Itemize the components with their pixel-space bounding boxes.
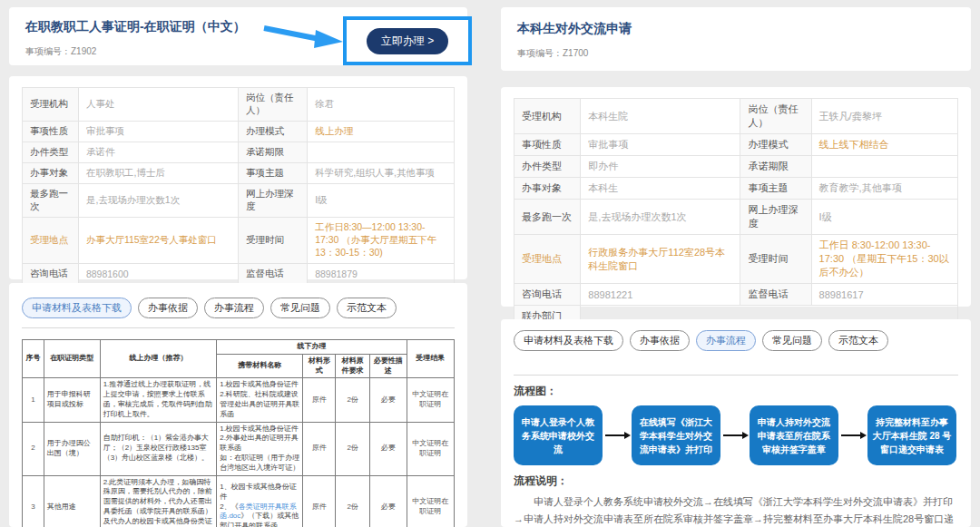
materials-result: 中文证明在职证明 — [407, 422, 454, 475]
tab-item[interactable]: 办事依据 — [138, 298, 198, 318]
info-row: 事项性质审批事项办理模式线上办理 — [23, 122, 455, 142]
materials-count: 2份 — [336, 378, 370, 422]
right-info-table: 受理机构本科生院岗位（责任人）王轶凡/龚黎坪事项性质审批事项办理模式线上线下相结… — [514, 98, 958, 327]
info-row: 最多跑一次是,去现场办理次数1次网上办理深度I级 — [514, 200, 958, 235]
materials-online: 1.推荐通过线上办理获取证明，线上提交申请，按照要求上传联系函，审核完成后，凭取… — [100, 378, 217, 422]
tab-item[interactable]: 常见问题 — [762, 330, 822, 351]
materials-result: 中文证明在职证明 — [407, 378, 454, 422]
info-label: 办件类型 — [23, 142, 79, 163]
info-label: 受理机构 — [23, 88, 79, 122]
flow-step: 在线填写《浙江大学本科学生对外交流申请表》并打印 — [632, 405, 720, 465]
info-label: 办事对象 — [23, 163, 79, 184]
right-tabs-card: 申请材料及表格下载办事依据办事流程常见问题示范文本 流程图： 申请人登录个人教务… — [501, 319, 971, 527]
info-label: 最多跑一次 — [23, 184, 79, 218]
materials-form: 原件 — [303, 475, 336, 527]
info-label: 受理时间 — [238, 218, 307, 264]
materials-table: 序号 在职证明类型 线上办理（推荐） 线下办理 受理结果 携带材料名称 材料形式… — [22, 339, 455, 527]
tab-item[interactable]: 办事依据 — [630, 330, 690, 351]
materials-online: 2.此类证明须本人办理，如确因特殊原因，需要托别人代办的，除前面需提供的材料外，… — [100, 475, 217, 527]
col-header-need: 必要性描述 — [370, 354, 407, 378]
doc-link[interactable]: 各类证明开具联系函.doc — [220, 503, 296, 521]
info-row: 咨询电话88981221监督电话88981617 — [514, 284, 958, 306]
divider — [22, 327, 455, 328]
info-value: 人事处 — [78, 88, 238, 122]
flowchart-title: 流程图： — [514, 384, 958, 399]
tab-item[interactable]: 申请材料及表格下载 — [22, 298, 132, 318]
left-tab-bar: 申请材料及表格下载办事依据办事流程常见问题示范文本 — [22, 298, 455, 318]
item-number-value: Z1902 — [71, 46, 96, 56]
right-header-card: 本科生对外交流申请 事项编号：Z1700 — [501, 7, 971, 71]
info-value — [308, 142, 455, 163]
info-value: 行政服务办事大厅112室28号本科生院窗口 — [581, 235, 740, 284]
info-row: 最多跑一次是,去现场办理次数1次网上办理深度I级 — [23, 184, 455, 218]
info-label: 承诺期限 — [740, 156, 811, 178]
left-info-table: 受理机构人事处岗位（责任人）徐君事项性质审批事项办理模式线上办理办件类型承诺件承… — [22, 87, 455, 306]
info-value: 徐君 — [308, 88, 455, 122]
materials-list: 1、校园卡或其他身份证件2、《各类证明开具联系函.doc》（下载）或其他部门开具… — [217, 475, 303, 527]
info-value: 即办件 — [581, 156, 740, 178]
col-header-no: 序号 — [23, 340, 44, 378]
tab-item[interactable]: 示范文本 — [828, 330, 888, 351]
info-value: 科学研究,组织人事,其他事项 — [308, 163, 455, 184]
left-info-card: 受理机构人事处岗位（责任人）徐君事项性质审批事项办理模式线上办理办件类型承诺件承… — [9, 76, 467, 279]
materials-type: 用于办理因公出国（境） — [44, 422, 100, 475]
info-value: 在职教职工,博士后 — [78, 163, 238, 184]
info-value: 88981617 — [811, 284, 957, 306]
materials-no: 3 — [23, 475, 44, 527]
info-label: 事项主题 — [740, 178, 811, 200]
info-value: 审批事项 — [78, 122, 238, 142]
materials-count: 2份 — [336, 475, 370, 527]
info-label: 岗位（责任人） — [238, 88, 307, 122]
info-value: 本科生 — [581, 178, 740, 200]
info-label: 网上办理深度 — [238, 184, 307, 218]
col-header-offline: 线下办理 — [217, 340, 407, 355]
flow-desc-text: 申请人登录个人教务系统申请校外交流→在线填写《浙江大学本科学生对外交流申请表》并… — [514, 493, 958, 527]
info-value: 王轶凡/龚黎坪 — [811, 99, 957, 134]
tab-item[interactable]: 示范文本 — [337, 298, 397, 318]
col-header-form: 材料形式 — [303, 354, 336, 378]
materials-form: 原件 — [303, 422, 336, 475]
col-header-online: 线上办理（推荐） — [100, 340, 217, 378]
info-value: 88981600 — [78, 264, 238, 285]
info-row: 受理地点办事大厅115室22号人事处窗口受理时间工作日8:30—12:00 13… — [23, 218, 455, 264]
info-label: 事项性质 — [23, 122, 79, 142]
tab-item[interactable]: 申请材料及表格下载 — [514, 330, 623, 351]
materials-type: 用于申报科研项目或投标 — [44, 378, 100, 422]
materials-no: 2 — [23, 422, 44, 475]
tab-item[interactable]: 办事流程 — [696, 330, 756, 351]
flow-step: 申请人登录个人教务系统申请校外交流 — [514, 405, 603, 465]
col-header-req: 材料原件要求 — [336, 354, 370, 378]
info-label: 岗位（责任人） — [740, 99, 811, 134]
flow-step: 持完整材料至办事大厅本科生院 28 号窗口递交申请表 — [867, 405, 956, 465]
materials-form: 原件 — [303, 378, 336, 422]
item-number-value: Z1700 — [563, 48, 588, 58]
materials-header-row: 序号 在职证明类型 线上办理（推荐） 线下办理 受理结果 — [23, 340, 455, 355]
info-value: I级 — [811, 200, 957, 235]
materials-type: 其他用途 — [44, 475, 100, 527]
flow-arrow-icon — [841, 434, 865, 436]
info-label: 监督电话 — [740, 284, 811, 306]
flowchart: 申请人登录个人教务系统申请校外交流在线填写《浙江大学本科学生对外交流申请表》并打… — [514, 405, 958, 465]
info-label: 监督电话 — [238, 264, 307, 285]
info-row: 受理地点行政服务办事大厅112室28号本科生院窗口受理时间工作日 8:30-12… — [514, 235, 958, 284]
info-row: 受理机构本科生院岗位（责任人）王轶凡/龚黎坪 — [514, 99, 958, 134]
info-label: 办理模式 — [238, 122, 307, 142]
apply-now-button[interactable]: 立即办理 > — [367, 28, 448, 54]
tab-item[interactable]: 常见问题 — [270, 298, 330, 318]
tab-item[interactable]: 办事流程 — [204, 298, 264, 318]
info-label: 受理地点 — [23, 218, 79, 264]
info-row: 办件类型承诺件承诺期限 — [23, 142, 455, 163]
info-label: 办理模式 — [740, 134, 811, 156]
info-value: 是,去现场办理次数1次 — [581, 200, 740, 235]
info-value: 本科生院 — [581, 99, 740, 134]
info-value — [811, 156, 957, 178]
item-number-label: 事项编号： — [25, 46, 71, 56]
info-label: 咨询电话 — [23, 264, 79, 285]
info-label: 事项主题 — [238, 163, 307, 184]
materials-need: 必要 — [370, 378, 407, 422]
flow-step: 申请人持对外交流申请表至所在院系审核并签字盖章 — [750, 405, 838, 465]
info-label: 咨询电话 — [514, 284, 581, 306]
materials-need: 必要 — [370, 422, 407, 475]
item-number-label: 事项编号： — [517, 48, 563, 58]
info-value: 教育教学,其他事项 — [811, 178, 957, 200]
